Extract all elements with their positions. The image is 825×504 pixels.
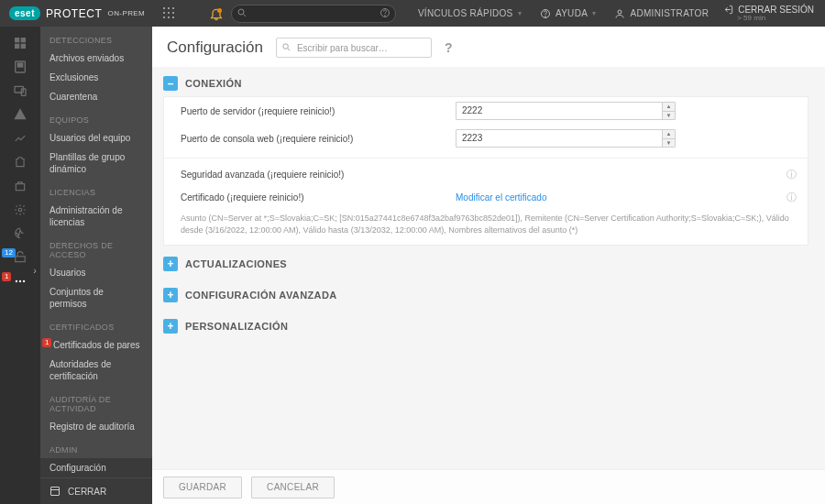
svg-rect-4 [168,12,170,14]
side-item-exclusions[interactable]: Exclusiones [40,68,152,87]
svg-point-15 [618,10,622,14]
side-item-dynamic-group-templates[interactable]: Plantillas de grupo dinámico [40,148,152,179]
help-icon[interactable]: ? [445,40,453,55]
svg-rect-22 [17,66,22,67]
side-group-licenses: LICENCIAS [40,179,152,201]
certificate-details: Asunto (CN=Server at *;S=Slovakia;C=SK; … [164,209,808,245]
stepper-up-icon[interactable]: ▲ [662,130,675,139]
svg-point-26 [18,208,22,212]
save-button[interactable]: GUARDAR [163,477,242,499]
rail-status-badge: 12 [2,248,16,257]
rail-notifications-icon[interactable] [0,223,40,245]
rail-threats-icon[interactable] [0,104,40,126]
main-header: Configuración ? [152,27,825,67]
footer-actions: GUARDAR CANCELAR [152,469,825,504]
row-certificate: Certificado (¡requiere reinicio!) Modifi… [164,186,808,209]
search-help-icon[interactable] [380,7,390,20]
topbar: eset PROTECT ON-PREM VÍNCULOS RÁPIDOS▾ A… [0,0,825,27]
svg-rect-31 [51,488,60,496]
stepper-up-icon[interactable]: ▲ [662,103,675,112]
content-area: CONEXIÓN Puerto de servidor (¡requiere r… [152,67,825,469]
section-advanced: CONFIGURACIÓN AVANZADA [163,282,808,308]
cancel-button[interactable]: CANCELAR [251,477,335,499]
info-icon[interactable]: ⓘ [779,168,797,181]
console-port-label: Puerto de consola web (¡requiere reinici… [181,134,456,144]
brand: eset PROTECT ON-PREM [0,6,154,20]
console-port-input[interactable]: 2223 ▲▼ [456,129,676,148]
main-column: Configuración ? CONEXIÓN Puerto de servi… [152,27,825,504]
user-menu[interactable]: ADMINISTRATOR [605,0,718,27]
row-server-port: Puerto de servidor (¡requiere reinicio!)… [164,97,808,125]
side-item-users[interactable]: Usuarios [40,263,152,282]
stepper-down-icon[interactable]: ▼ [662,112,675,120]
section-updates: ACTUALIZACIONES [163,251,808,277]
notifications-icon[interactable] [209,6,224,21]
page-title: Configuración [167,38,263,57]
svg-point-29 [19,280,21,282]
rail-dashboard-icon[interactable] [0,32,40,54]
side-item-computer-users[interactable]: Usuarios del equipo [40,128,152,148]
section-custom-toggle[interactable]: PERSONALIZACIÓN [163,313,808,339]
rail-policies-icon[interactable] [0,199,40,221]
stepper-down-icon[interactable]: ▼ [662,139,675,148]
search-icon [236,7,248,20]
rail-devices-icon[interactable] [0,80,40,102]
side-close-button[interactable]: CERRAR [40,478,152,504]
rail-tasks-icon[interactable] [0,151,40,173]
svg-rect-16 [15,38,19,42]
side-item-audit-log[interactable]: Registro de auditoría [40,417,152,436]
svg-rect-2 [172,7,174,9]
info-icon[interactable]: ⓘ [779,191,797,204]
advanced-security-label: Seguridad avanzada (¡requiere reinicio!) [181,170,456,180]
side-item-peer-certs-badge: 1 [42,338,51,347]
side-item-submitted-files[interactable]: Archivos enviados [40,49,152,68]
connection-panel: Puerto de servidor (¡requiere reinicio!)… [163,96,808,246]
rail-reports-icon[interactable] [0,127,40,149]
rail-more-badge: 1 [2,272,11,281]
row-advanced-security: Seguridad avanzada (¡requiere reinicio!)… [164,158,808,186]
section-advanced-toggle[interactable]: CONFIGURACIÓN AVANZADA [163,282,808,308]
help-menu[interactable]: AYUDA▾ [531,0,606,27]
server-port-label: Puerto de servidor (¡requiere reinicio!) [181,106,456,116]
global-search[interactable] [231,5,396,23]
side-group-certificates: CERTIFICADOS [40,313,152,335]
svg-rect-6 [163,16,165,18]
modify-certificate-link[interactable]: Modificar el certificado [456,192,546,203]
quick-links-menu[interactable]: VÍNCULOS RÁPIDOS▾ [409,0,531,27]
svg-rect-25 [16,184,24,191]
rail-computers-icon[interactable] [0,56,40,78]
server-port-input[interactable]: 2222 ▲▼ [456,102,676,120]
brand-badge: eset [9,6,40,20]
svg-point-28 [16,280,17,282]
section-connection: CONEXIÓN Puerto de servidor (¡requiere r… [163,71,808,246]
expand-icon [163,257,178,271]
rail-expand-icon[interactable]: › [33,265,37,276]
svg-rect-18 [15,44,19,49]
side-item-settings[interactable]: Configuración [40,458,152,477]
svg-rect-27 [16,257,26,262]
svg-point-14 [545,16,546,16]
logout-button[interactable]: CERRAR SESIÓN > 59 min [718,5,825,22]
svg-point-12 [384,15,385,16]
side-group-access-rights: DERECHOS DE ACCESO [40,232,152,263]
section-connection-toggle[interactable]: CONEXIÓN [163,71,808,96]
svg-rect-7 [168,16,170,18]
section-updates-toggle[interactable]: ACTUALIZACIONES [163,251,808,277]
global-search-input[interactable] [231,5,396,23]
certificate-label: Certificado (¡requiere reinicio!) [181,192,456,203]
side-item-quarantine[interactable]: Cuarentena [40,87,152,106]
apps-grid-icon[interactable] [163,7,174,20]
side-item-permission-sets[interactable]: Conjuntos de permisos [40,282,152,313]
svg-point-33 [283,44,289,49]
nav-rail: 12 1 › [0,27,40,504]
side-item-cert-authorities[interactable]: Autoridades de certificación [40,355,152,386]
rail-installers-icon[interactable] [0,175,40,197]
svg-point-9 [238,9,244,15]
settings-search-input[interactable] [276,38,432,58]
settings-search[interactable] [276,38,432,58]
row-console-port: Puerto de consola web (¡requiere reinici… [164,125,808,152]
svg-line-34 [288,49,290,50]
side-item-peer-certs[interactable]: 1Certificados de pares [40,335,152,355]
side-item-license-management[interactable]: Administración de licencias [40,201,152,232]
svg-rect-0 [163,7,165,9]
